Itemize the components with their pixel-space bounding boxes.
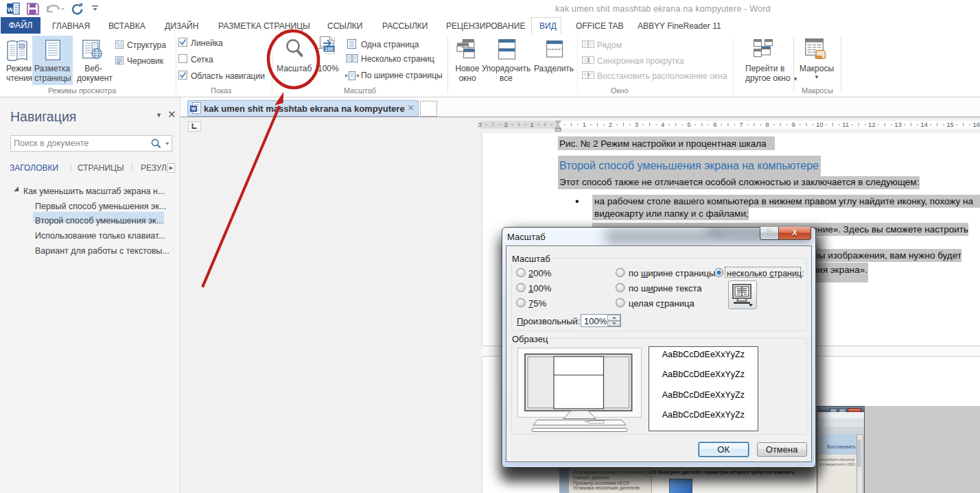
svg-text:5: 5: [687, 121, 690, 128]
svg-text:12: 12: [868, 121, 876, 128]
svg-text:2: 2: [609, 121, 612, 128]
svg-text:15: 15: [946, 121, 954, 128]
svg-text:16: 16: [972, 121, 980, 128]
svg-text:10: 10: [816, 121, 824, 128]
svg-text:6: 6: [713, 121, 716, 128]
svg-text:3: 3: [635, 121, 638, 128]
svg-text:100: 100: [325, 46, 334, 52]
svg-text:11: 11: [842, 121, 849, 128]
svg-text:8: 8: [765, 121, 769, 128]
svg-text:9: 9: [791, 121, 795, 128]
svg-text:1: 1: [583, 121, 586, 128]
svg-text:4: 4: [661, 121, 664, 128]
svg-text:7: 7: [739, 121, 743, 128]
svg-text:W: W: [191, 106, 196, 111]
svg-text:1: 1: [530, 121, 534, 128]
svg-text:3: 3: [478, 121, 481, 128]
svg-text:14: 14: [920, 121, 928, 128]
svg-text:W: W: [8, 6, 14, 13]
svg-text:2: 2: [504, 121, 507, 128]
svg-text:13: 13: [894, 121, 902, 128]
